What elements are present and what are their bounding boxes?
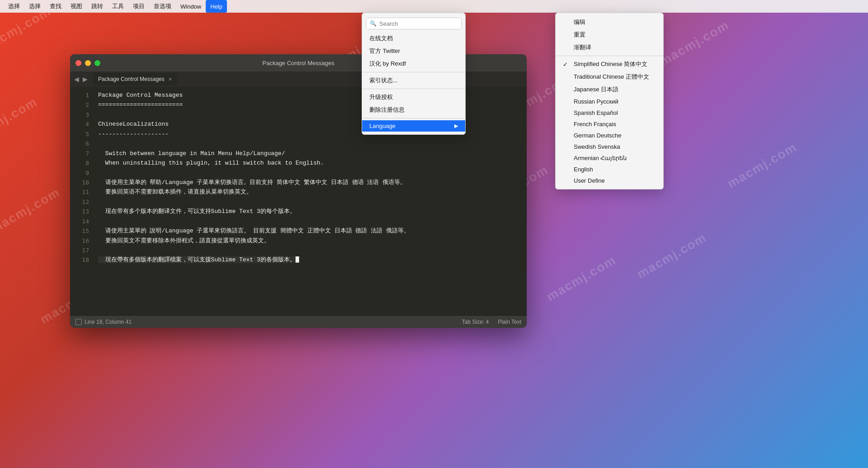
submenu-item-swedish[interactable]: Swedish Svenska: [556, 141, 663, 152]
submenu-item-user-define[interactable]: User Define: [556, 175, 663, 186]
minimize-button[interactable]: [85, 60, 91, 66]
menu-item-help[interactable]: Help: [206, 0, 227, 13]
menu-separator-2: [362, 89, 465, 89]
submenu-item-armenian[interactable]: Armenian Հայերեն: [556, 152, 663, 164]
menu-item-find[interactable]: 查找: [45, 0, 66, 13]
editor-title: Package Control Messages: [263, 60, 335, 66]
search-icon: 🔍: [370, 20, 377, 27]
statusbar-left: Line 18, Column 41: [75, 319, 132, 325]
menu-item-index-status[interactable]: 索引状态...: [362, 74, 465, 87]
syntax-mode: Plain Text: [498, 319, 521, 325]
submenu-item-simplified-chinese[interactable]: ✓ Simplified Chinese 简体中文: [556, 58, 663, 71]
submenu-item-french[interactable]: French Français: [556, 118, 663, 130]
submenu-item-russian[interactable]: Russian Русский: [556, 96, 663, 107]
menu-item-select1[interactable]: 选择: [4, 0, 24, 13]
submenu-separator-1: [556, 56, 663, 56]
watermark: macmj.com: [0, 95, 40, 146]
tab-close-icon[interactable]: ✕: [168, 76, 172, 82]
menu-item-tools[interactable]: 工具: [108, 0, 128, 13]
editor-tab[interactable]: Package Control Messages ✕: [93, 73, 178, 85]
submenu-item-japanese[interactable]: Japanese 日本語: [556, 83, 663, 96]
menu-item-window[interactable]: Window: [176, 0, 206, 13]
line-numbers: 1 2 3 4 5 6 7 8 9 10 11 12 13 14 15 16 1…: [70, 87, 93, 315]
statusbar-right: Tab Size: 4 Plain Text: [462, 319, 521, 325]
watermark: macmj.com: [0, 185, 63, 236]
submenu-item-spanish[interactable]: Spanish Español: [556, 107, 663, 118]
menu-item-view[interactable]: 视图: [66, 0, 87, 13]
editor-statusbar: Line 18, Column 41 Tab Size: 4 Plain Tex…: [70, 315, 527, 328]
help-dropdown: 🔍 在线文档 官方 Twitter 汉化 by Rexdf 索引状态... 升级…: [362, 13, 466, 135]
menu-item-select2[interactable]: 选择: [24, 0, 45, 13]
submenu-item-traditional-chinese[interactable]: Traditional Chinese 正體中文: [556, 71, 663, 83]
watermark: macmj.com: [544, 253, 619, 304]
language-submenu: 编辑 重置 渐翻译 ✓ Simplified Chinese 简体中文 Trad…: [555, 13, 664, 189]
menu-item-upgrade[interactable]: 升级授权: [362, 91, 465, 104]
menu-item-language[interactable]: Language ▶: [362, 120, 465, 132]
menu-item-project[interactable]: 项目: [128, 0, 149, 13]
submenu-item-edit[interactable]: 编辑: [556, 16, 663, 28]
menu-separator-1: [362, 72, 465, 72]
submenu-item-english[interactable]: English: [556, 164, 663, 175]
menu-item-goto[interactable]: 跳转: [87, 0, 108, 13]
traffic-lights: [75, 60, 100, 66]
submenu-arrow-icon: ▶: [454, 123, 458, 129]
watermark: macmj.com: [635, 230, 709, 282]
nav-arrows: ◀ ▶: [73, 75, 89, 84]
status-icon: [75, 319, 82, 325]
watermark: macmj.com: [657, 18, 732, 69]
cursor-position: Line 18, Column 41: [85, 319, 132, 325]
nav-back[interactable]: ◀: [73, 75, 80, 84]
menu-search-input[interactable]: [379, 20, 458, 27]
submenu-item-reset[interactable]: 重置: [556, 28, 663, 41]
maximize-button[interactable]: [94, 60, 100, 66]
menu-separator-3: [362, 118, 465, 118]
menu-item-twitter[interactable]: 官方 Twitter: [362, 45, 465, 57]
menu-item-remove-reg[interactable]: 删除注册信息: [362, 104, 465, 116]
close-button[interactable]: [75, 60, 81, 66]
watermark: macmj.com: [725, 140, 800, 191]
tab-label: Package Control Messages: [98, 76, 165, 82]
menu-bar: 选择 选择 查找 视图 跳转 工具 项目 首选项 Window Help: [0, 0, 868, 13]
submenu-item-german[interactable]: German Deutsche: [556, 130, 663, 141]
nav-forward[interactable]: ▶: [81, 75, 89, 84]
submenu-item-gradual[interactable]: 渐翻译: [556, 41, 663, 54]
menu-item-prefs[interactable]: 首选项: [149, 0, 176, 13]
tab-size: Tab Size: 4: [462, 319, 489, 325]
menu-search-box[interactable]: 🔍: [366, 18, 462, 29]
menu-item-online-docs[interactable]: 在线文档: [362, 32, 465, 45]
menu-item-chinese[interactable]: 汉化 by Rexdf: [362, 57, 465, 70]
